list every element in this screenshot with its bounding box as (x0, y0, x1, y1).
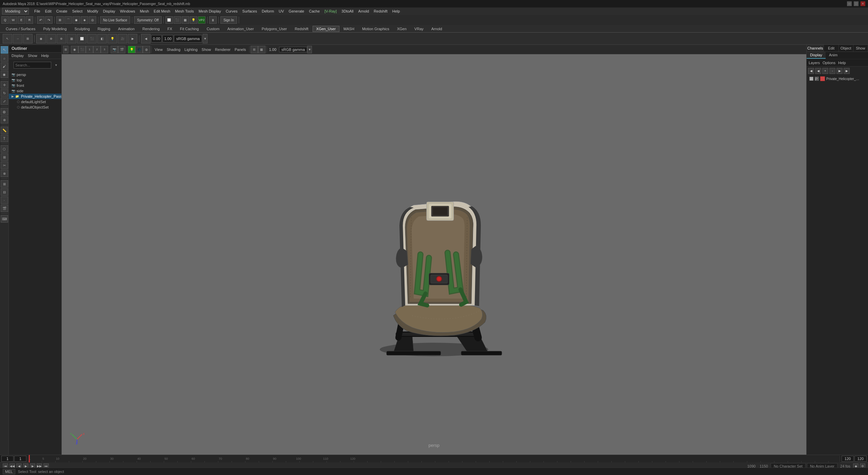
shelf-tab-sculpting[interactable]: Sculpting (71, 26, 94, 32)
shelf-tab-polygons-user[interactable]: Polygons_User (258, 26, 291, 32)
shelf-icon-gamma-menu[interactable]: ▼ (203, 34, 208, 43)
layer-btn-remove[interactable]: - (829, 68, 835, 74)
menu-file[interactable]: File (32, 8, 42, 14)
outliner-item-top[interactable]: 📷 top (9, 77, 61, 83)
toolbar-textured[interactable]: ▦ (182, 16, 189, 24)
menu-windows[interactable]: Windows (118, 8, 137, 14)
minimize-button[interactable]: ─ (847, 1, 852, 6)
shelf-icon-1[interactable]: ↖ (3, 34, 12, 43)
toolbar-scale[interactable]: R (26, 16, 33, 24)
vp-btn-rendercam[interactable]: 🎬 (118, 46, 125, 53)
right-tab-show[interactable]: Show (853, 45, 868, 52)
outliner-item-side[interactable]: 📷 side (9, 88, 61, 94)
tool-move[interactable]: ✛ (1, 81, 8, 89)
menu-curves[interactable]: Curves (224, 8, 240, 14)
toolbar-viewport-renderer[interactable]: VP2 (198, 16, 205, 24)
shelf-tab-xgen-user[interactable]: XGen_User (313, 26, 339, 32)
toolbar-snap-surface[interactable]: ◈ (81, 16, 88, 24)
shelf-tab-mash[interactable]: MASH (340, 26, 358, 32)
range-end-input[interactable] (842, 456, 854, 462)
outliner-search-icon[interactable]: ▼ (55, 63, 59, 67)
toolbar-redo[interactable]: ↷ (45, 16, 53, 24)
outliner-menu-display[interactable]: Display (10, 53, 25, 58)
tool-multi-cut[interactable]: ⊗ (1, 170, 8, 177)
mode-selector[interactable]: Modeling Rigging Animation (2, 8, 29, 15)
menu-mesh-display[interactable]: Mesh Display (197, 8, 223, 14)
tool-scale[interactable]: ⤢ (1, 97, 8, 105)
outliner-item-default-light-set[interactable]: ⬡ defaultLightSet (14, 99, 61, 104)
shelf-icon-3[interactable]: ⊠ (23, 34, 33, 43)
viewport-menu-show[interactable]: Show (200, 47, 213, 52)
shelf-tab-xgen[interactable]: XGen (393, 26, 410, 32)
shelf-tab-fitcaching[interactable]: Fit Caching (176, 26, 203, 32)
shelf-tab-motion-graphics[interactable]: Motion Graphics (358, 26, 393, 32)
viewport-menu-renderer[interactable]: Renderer (213, 47, 233, 52)
current-frame-input[interactable] (1, 456, 14, 462)
viewport-menu-view[interactable]: View (153, 47, 165, 52)
menu-uv[interactable]: UV (277, 8, 286, 14)
shelf-icon-2[interactable]: → (13, 34, 22, 43)
tool-display-wire[interactable]: ⊟ (1, 188, 8, 196)
viewport[interactable]: ⊞ ◉ ⬛ 1 2 3 📷 🎬 💡 🌑 ◍ View Shading Light… (62, 45, 806, 455)
toolbar-wireframe[interactable]: ⬜ (165, 16, 173, 24)
layer-header-options[interactable]: Options (823, 61, 835, 65)
maximize-button[interactable]: □ (854, 1, 859, 6)
toolbar-rotate[interactable]: E (18, 16, 25, 24)
menu-surfaces[interactable]: Surfaces (240, 8, 259, 14)
right-tab-edit[interactable]: Edit (824, 45, 839, 52)
menu-arnold[interactable]: Arnold (356, 8, 371, 14)
menu-redshift[interactable]: Redshift (372, 8, 389, 14)
toolbar-undo[interactable]: ↶ (37, 16, 44, 24)
right-tab-object[interactable]: Object (839, 45, 853, 52)
shelf-tab-custom[interactable]: Custom (203, 26, 223, 32)
shelf-icon-5[interactable]: ⊕ (46, 34, 56, 43)
vp-btn-smooth[interactable]: ⬛ (78, 46, 86, 53)
menu-select[interactable]: Select (70, 8, 85, 14)
shelf-tab-fx[interactable]: FX (164, 26, 176, 32)
shelf-icon-13[interactable]: ◀ (141, 34, 151, 43)
right-tab-channels[interactable]: Channels (807, 45, 824, 52)
tool-render-view[interactable]: 🎬 (1, 205, 8, 212)
toolbar-snap-point[interactable]: ◉ (73, 16, 80, 24)
shelf-tab-curves[interactable]: Curves / Surfaces (2, 26, 39, 32)
menu-create[interactable]: Create (54, 8, 70, 14)
shelf-icon-4[interactable]: ◉ (36, 34, 46, 43)
timeline-ruler[interactable]: 1 5 10 20 30 40 50 60 70 80 90 100 110 1… (28, 455, 840, 462)
tool-display-all[interactable]: ⊞ (1, 180, 8, 188)
viewport-menu-panels[interactable]: Panels (233, 47, 248, 52)
toolbar-sign-in[interactable]: Sign In (220, 16, 237, 24)
shelf-tab-rigging[interactable]: Rigging (94, 26, 114, 32)
shelf-tab-poly[interactable]: Poly Modeling (39, 26, 70, 32)
tool-append-polygon[interactable]: ⊞ (1, 153, 8, 161)
shelf-icon-10[interactable]: ◧ (97, 34, 107, 43)
layer-btn-end[interactable]: ▶ (844, 68, 850, 74)
vp-btn-2[interactable]: 2 (93, 46, 101, 53)
tool-input[interactable]: ⌨ (1, 215, 8, 223)
shelf-icon-9[interactable]: ⬛ (87, 34, 97, 43)
toolbar-snap-grid[interactable]: ⊞ (56, 16, 64, 24)
toolbar-transform[interactable]: Q (1, 16, 9, 24)
range-start-input[interactable] (14, 456, 26, 462)
vp-btn-default-light[interactable]: 💡 (128, 46, 135, 53)
menu-mesh-tools[interactable]: Mesh Tools (173, 8, 196, 14)
shelf-tab-arnold[interactable]: Arnold (428, 26, 446, 32)
menu-modify[interactable]: Modify (85, 8, 100, 14)
vp-btn-camera[interactable]: 📷 (111, 46, 118, 53)
toolbar-snap-curve[interactable]: ⌒ (64, 16, 72, 24)
toolbar-live-surface[interactable]: No Live Surface (100, 16, 130, 24)
toolbar-snap-view[interactable]: ◎ (89, 16, 96, 24)
menu-3dtoall[interactable]: 3DtoAll (339, 8, 355, 14)
outliner-item-default-object-set[interactable]: ⬡ defaultObjectSet (14, 104, 61, 110)
shelf-tab-rendering[interactable]: Rendering (139, 26, 163, 32)
layer-header-help[interactable]: Help (838, 61, 846, 65)
menu-display[interactable]: Display (101, 8, 117, 14)
menu-vray[interactable]: [V-Ray] (322, 8, 339, 14)
layer-btn-new[interactable]: ◀ (808, 68, 814, 74)
toolbar-select[interactable]: W (9, 16, 17, 24)
tool-text[interactable]: T (1, 135, 8, 142)
menu-help[interactable]: Help (390, 8, 402, 14)
toolbar-symmetry[interactable]: Symmetry: Off (134, 16, 162, 24)
layer-row-default[interactable]: V P Private_Helicopter_Passenger_ (808, 75, 867, 82)
vp-btn-ao[interactable]: ◍ (143, 46, 150, 53)
outliner-item-persp[interactable]: 📷 persp (9, 72, 61, 77)
